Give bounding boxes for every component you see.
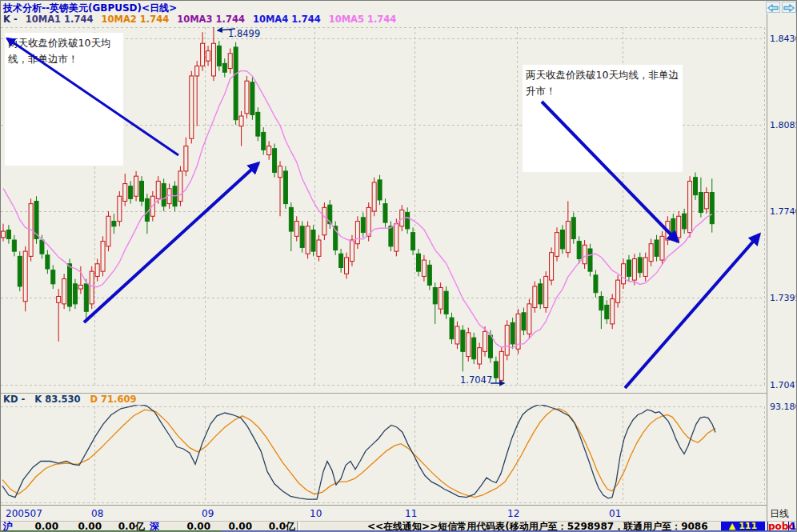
- axis-month-label: 12: [507, 508, 519, 519]
- annotation-left-text: 两天收盘价跌破10天均线，非单边市！: [8, 37, 110, 65]
- annotation-right-text: 两天收盘价跌破10天均线，非单边升市！: [526, 69, 679, 97]
- axis-price-label: 1.8430: [770, 34, 797, 44]
- kd-canvas: [1, 405, 767, 505]
- forward-button[interactable]: [782, 2, 796, 13]
- kd-indicator-header: KD -K 83.530D 71.609: [3, 394, 146, 405]
- indicator-item: K -: [3, 14, 18, 25]
- annotation-left: 两天收盘价跌破10天均线，非单边市！: [5, 33, 123, 166]
- axis-month-label: 200507: [6, 508, 42, 519]
- indicator-item: 10MA3 1.744: [177, 14, 245, 25]
- back-button[interactable]: [766, 2, 780, 13]
- axis-price-label: 1.7395: [770, 293, 797, 303]
- left-arrow-icon: [767, 4, 779, 12]
- axis-month-label: 10: [310, 508, 322, 519]
- indicator-item: 10MA2 1.744: [101, 14, 169, 25]
- title-bar: 技术分析--英镑美元(GBPUSD)<日线>: [1, 1, 796, 14]
- k-line: [2, 405, 715, 499]
- app-window: 技术分析--英镑美元(GBPUSD)<日线> K -10MA1 1.74410M…: [0, 0, 797, 532]
- right-arrow-icon: [783, 4, 795, 12]
- time-axis: 200507080910111201: [1, 505, 767, 522]
- axis-price-label: 1.8085: [770, 120, 797, 130]
- kd-header-item: D 71.609: [90, 394, 137, 405]
- kd-header-item: K 83.530: [34, 394, 80, 405]
- axis-month-label: 08: [91, 508, 103, 519]
- axis-month-label: 09: [202, 508, 214, 519]
- axis-price-label: 1.7740: [770, 206, 797, 217]
- kd-chart[interactable]: [1, 405, 767, 505]
- indicator-item: 10MA5 1.744: [329, 14, 397, 25]
- indicator-item: 10MA4 1.744: [253, 14, 321, 25]
- axis-month-label: 11: [405, 508, 417, 519]
- annotation-right: 两天收盘价跌破10天均线，非单边升市！: [523, 65, 683, 172]
- indicator-row: K -10MA1 1.74410MA2 1.74410MA3 1.74410MA…: [3, 14, 404, 26]
- kd-header-item: KD -: [3, 394, 25, 405]
- axis-price-label: 1.7047: [770, 380, 797, 390]
- price-axis-panel: 1.84301.80851.77401.73951.704793.186日线: [767, 14, 797, 521]
- axis-month-label: 01: [609, 508, 621, 519]
- d-line: [2, 409, 715, 498]
- axis-price-label: 93.186: [770, 402, 797, 412]
- period-label: 日线: [770, 507, 789, 521]
- indicator-item: 10MA1 1.744: [26, 14, 94, 25]
